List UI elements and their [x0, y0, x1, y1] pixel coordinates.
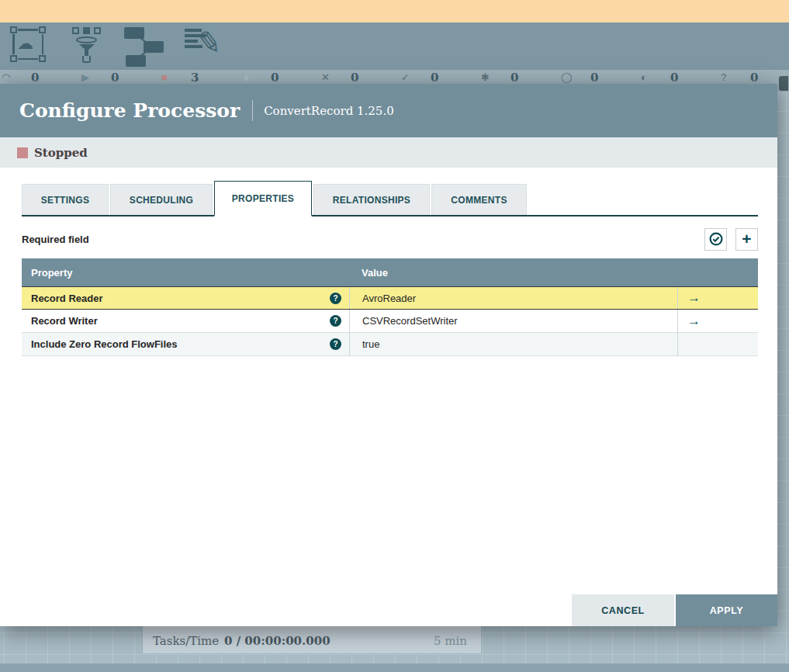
- component-toolbar: ☁ ✎: [0, 23, 789, 70]
- processor-tasks-stats: Tasks/Time 0 / 00:00:00.000 5 min: [143, 631, 481, 651]
- help-icon[interactable]: ?: [330, 293, 341, 304]
- processor-name-version: ConvertRecord 1.25.0: [264, 104, 394, 118]
- goto-service-cell: [677, 333, 758, 355]
- goto-service-arrow-icon[interactable]: →: [687, 290, 701, 306]
- canvas-cutoff-icon: [779, 76, 788, 91]
- goto-service-cell: →: [677, 310, 758, 332]
- stale-icon: ◯: [561, 72, 578, 82]
- label-icon[interactable]: ✎: [185, 26, 228, 65]
- status-count-stale: ◯0: [561, 72, 641, 84]
- tasks-label: Tasks/Time: [153, 634, 224, 648]
- invalid-icon: ▲: [241, 72, 258, 82]
- tab-comments[interactable]: COMMENTS: [431, 184, 527, 215]
- dialog-title: Configure Processor: [19, 99, 240, 122]
- browser-notification-bar: [0, 0, 789, 23]
- tasks-window: 5 min: [434, 634, 467, 648]
- status-count-value: 0: [271, 72, 279, 84]
- help-icon[interactable]: ?: [330, 315, 341, 327]
- running-icon: ▶: [81, 72, 99, 82]
- status-count-value: 0: [31, 72, 39, 84]
- status-count-running: ▶0: [81, 72, 161, 84]
- up-to-date-icon: ✓: [401, 72, 418, 82]
- configure-processor-dialog: Configure Processor ConvertRecord 1.25.0…: [0, 84, 777, 626]
- circle-check-icon: [708, 231, 724, 247]
- locally-modified-icon: ✱: [481, 72, 498, 82]
- property-value-cell[interactable]: AvroReader: [349, 287, 677, 309]
- status-count-value: 0: [670, 72, 678, 84]
- title-divider: [252, 100, 253, 121]
- add-property-button[interactable]: +: [735, 228, 758, 251]
- property-value-cell[interactable]: true: [349, 333, 677, 355]
- dialog-tabs: SETTINGSSCHEDULINGPROPERTIESRELATIONSHIP…: [22, 184, 758, 216]
- tab-scheduling[interactable]: SCHEDULING: [110, 184, 213, 215]
- property-name: Record Reader: [31, 293, 102, 304]
- cloud-icon: ☁: [17, 35, 33, 51]
- status-count-value: 0: [590, 72, 598, 84]
- status-count-value: 0: [351, 72, 358, 84]
- property-column-header: Property: [22, 267, 349, 279]
- canvas-component-edge: [0, 663, 789, 672]
- status-count-up-to-date: ✓0: [401, 72, 481, 84]
- table-row[interactable]: Include Zero Record FlowFiles?true: [22, 333, 758, 356]
- table-row[interactable]: Record Writer?CSVRecordSetWriter→: [22, 310, 758, 333]
- template-select-icon[interactable]: ☁: [10, 26, 46, 62]
- dialog-header: Configure Processor ConvertRecord 1.25.0: [0, 84, 777, 137]
- stopped-square-icon: [17, 147, 28, 158]
- goto-service-cell: →: [677, 287, 758, 309]
- modified-stale-icon: ◐: [641, 72, 658, 82]
- property-value: CSVRecordSetWriter: [362, 315, 458, 327]
- status-count-value: 0: [510, 72, 518, 84]
- status-count-value: 3: [191, 72, 199, 84]
- tab-settings[interactable]: SETTINGS: [22, 184, 109, 215]
- help-icon[interactable]: ?: [330, 338, 341, 350]
- plus-icon: +: [742, 230, 751, 247]
- required-field-row: Required field +: [22, 227, 758, 251]
- property-name: Include Zero Record FlowFiles: [31, 338, 178, 350]
- properties-table: Property Value Record Reader?AvroReader→…: [22, 258, 758, 356]
- goto-service-arrow-icon[interactable]: →: [687, 313, 701, 329]
- nifi-application: ☁ ✎ ◠0▶0■3▲0✕0✓0✱0◯0◐0?0 Out 0 (0 by: [0, 0, 789, 672]
- disabled-icon: ✕: [321, 72, 338, 82]
- required-field-label: Required field: [22, 234, 89, 245]
- tasks-value: 0 / 00:00:00.000: [224, 634, 330, 648]
- tab-relationships[interactable]: RELATIONSHIPS: [313, 184, 430, 215]
- status-count-stopped: ■3: [161, 72, 241, 84]
- pencil-icon: ✎: [196, 26, 224, 59]
- status-count-invalid: ▲0: [241, 72, 321, 84]
- status-count-modified-stale: ◐0: [641, 72, 721, 84]
- status-count-transmitting: ◠0: [2, 72, 81, 84]
- status-count-value: 0: [111, 72, 119, 84]
- transmitting-icon: ◠: [2, 72, 19, 82]
- cancel-button[interactable]: CANCEL: [572, 594, 674, 626]
- stopped-icon: ■: [161, 72, 178, 82]
- processor-state-strip: Stopped: [0, 137, 777, 168]
- property-value: AvroReader: [362, 293, 416, 304]
- property-name: Record Writer: [31, 315, 98, 327]
- process-group-icon[interactable]: [123, 26, 166, 65]
- status-count-value: 0: [750, 72, 758, 84]
- state-label: Stopped: [34, 146, 88, 160]
- tab-properties[interactable]: PROPERTIES: [214, 181, 312, 216]
- property-value: true: [362, 338, 379, 350]
- value-column-header: Value: [349, 267, 677, 279]
- status-count-locally-modified: ✱0: [481, 72, 561, 84]
- status-count-disabled: ✕0: [321, 72, 401, 84]
- funnel-icon[interactable]: [70, 26, 106, 64]
- dialog-action-buttons: CANCEL APPLY: [572, 594, 777, 626]
- apply-button[interactable]: APPLY: [676, 594, 777, 626]
- property-value-cell[interactable]: CSVRecordSetWriter: [349, 310, 677, 332]
- status-count-value: 0: [431, 72, 438, 84]
- sync-failure-icon: ?: [721, 72, 738, 82]
- show-required-only-button[interactable]: [704, 228, 727, 251]
- property-name-cell[interactable]: Record Writer?: [22, 310, 349, 332]
- table-row[interactable]: Record Reader?AvroReader→: [22, 286, 758, 310]
- property-name-cell[interactable]: Record Reader?: [22, 287, 349, 309]
- properties-table-header: Property Value: [22, 258, 758, 286]
- property-name-cell[interactable]: Include Zero Record FlowFiles?: [22, 333, 349, 355]
- property-actions: +: [704, 228, 758, 251]
